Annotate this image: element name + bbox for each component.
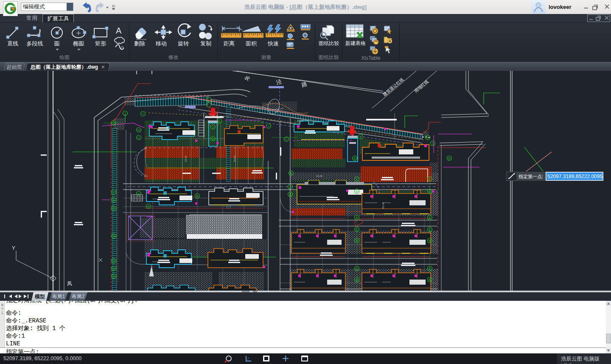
svg-text:A: A (429, 216, 431, 219)
svg-text:H: H (137, 192, 140, 195)
svg-text:G: G (147, 205, 149, 208)
svg-text:52097.3189,65222.0095: 52097.3189,65222.0095 (547, 174, 603, 179)
svg-text:B: B (289, 193, 291, 196)
svg-text:1: 1 (432, 142, 434, 145)
svg-text:凤: 凤 (67, 280, 72, 286)
svg-text:1: 1 (219, 120, 220, 123)
svg-text:M: M (112, 235, 115, 238)
svg-text:I: I (113, 191, 114, 194)
svg-text:A: A (116, 26, 122, 35)
svg-text:G: G (426, 136, 429, 139)
svg-text:15.00: 15.00 (233, 155, 236, 162)
svg-text:D: D (356, 190, 358, 193)
svg-text:A: A (356, 216, 358, 219)
svg-text:B: B (429, 278, 431, 281)
svg-text:1: 1 (360, 135, 362, 138)
svg-text:J: J (268, 125, 269, 128)
svg-text:C: C (285, 138, 287, 141)
svg-text:G: G (112, 275, 115, 278)
svg-text:B: B (113, 199, 115, 202)
svg-text:H: H (112, 260, 115, 263)
svg-text:A: A (290, 172, 292, 175)
svg-text:H: H (196, 195, 198, 198)
svg-text:指定第一点:: 指定第一点: (518, 174, 543, 179)
svg-text:1: 1 (124, 112, 126, 115)
svg-text:J: J (289, 185, 291, 188)
svg-text:B: B (429, 239, 431, 242)
svg-text:1: 1 (356, 178, 358, 181)
svg-text:B: B (354, 157, 356, 160)
svg-text:10.00: 10.00 (185, 155, 187, 162)
svg-text:82.00: 82.00 (382, 202, 384, 209)
svg-text:J: J (212, 126, 214, 129)
svg-text:D: D (356, 267, 358, 270)
svg-text:41.00: 41.00 (316, 175, 323, 177)
svg-text:P: P (113, 207, 115, 210)
svg-text:7: 7 (142, 112, 144, 115)
svg-text:28.00: 28.00 (297, 120, 304, 122)
svg-text:H: H (137, 129, 140, 132)
svg-text:20: 20 (112, 122, 115, 125)
svg-text:Y: Y (12, 245, 15, 251)
svg-text:B: B (448, 157, 451, 160)
svg-text:D: D (429, 267, 431, 270)
svg-text:2: 2 (429, 178, 431, 181)
svg-text:C: C (137, 136, 140, 139)
svg-text:D: D (356, 228, 358, 231)
svg-text:B: B (356, 278, 358, 281)
svg-text:D: D (429, 190, 431, 193)
svg-text:B: B (356, 239, 358, 242)
svg-text:D: D (429, 228, 431, 231)
svg-text:B: B (212, 137, 214, 140)
svg-text:B: B (113, 267, 115, 270)
